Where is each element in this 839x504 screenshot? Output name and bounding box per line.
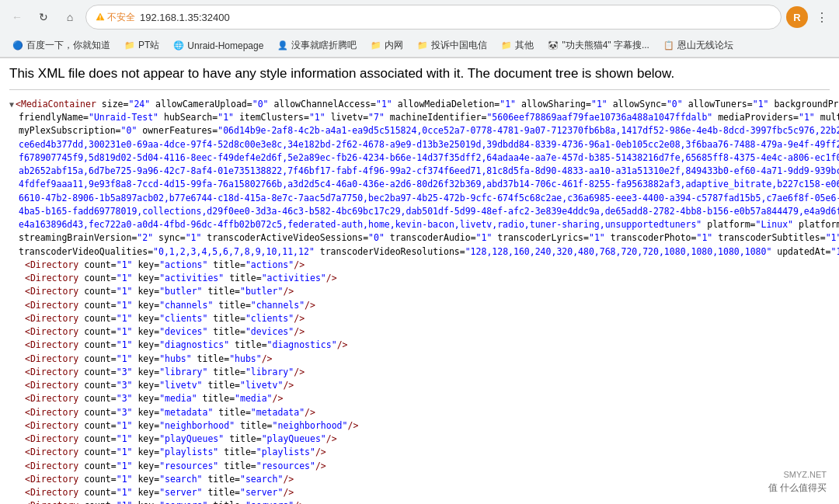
menu-button[interactable]: ⋮ [811,6,833,28]
address-bar[interactable]: 不安全 192.168.1.35:32400 [85,5,782,30]
directory-entry: <Directory count="3" key="media" title="… [9,392,830,405]
bookmark-unraid[interactable]: 🌐 Unraid-Homepage [167,38,270,54]
xml-attr-line5: ab2652abf15a,6d7be725-9a96-42c7-8af4-01e… [9,165,830,178]
directory-entry: <Directory count="1" key="butler" title=… [9,285,830,298]
profile-button[interactable]: R [786,6,808,28]
bookmark-panda[interactable]: 🐼 "功夫熊猫4" 字幕搜... [541,36,656,54]
directory-entry: <Directory count="1" key="playlists" tit… [9,446,830,459]
folder2-icon: 📁 [371,40,381,51]
bookmark-label: 投诉中国电信 [431,39,487,52]
bookmark-label: 恩山无线论坛 [677,39,733,52]
bookmark-label: Unraid-Homepage [187,40,263,51]
directory-entry: <Directory count="1" key="server" title=… [9,486,830,499]
baidu-icon: 🔵 [12,40,23,51]
collapse-triangle[interactable]: ▼ [9,99,14,110]
directory-entry: <Directory count="1" key="neighborhood" … [9,419,830,433]
directory-entry: <Directory count="1" key="resources" tit… [9,460,830,473]
bookmark-baidu[interactable]: 🔵 百度一下，你就知道 [6,36,117,54]
person-icon: 👤 [277,40,288,51]
nav-bar: ← ↻ ⌂ 不安全 192.168.1.35:32400 R ⋮ [0,0,839,34]
bookmark-telecom[interactable]: 📁 投诉中国电信 [411,36,493,54]
folder4-icon: 📁 [501,40,512,51]
bookmark-label: 没事就瞎折腾吧 [291,39,357,52]
xml-attr-line11: transcoderVideoQualities="0,1,2,3,4,5,6,… [9,245,830,259]
directory-entry: <Directory count="1" key="devices" title… [9,325,830,339]
bookmark-other[interactable]: 📁 其他 [495,36,540,54]
bookmark-label: "功夫熊猫4" 字幕搜... [562,39,649,52]
xml-attr-line2: myPlexSubscription="0" ownerFeatures="06… [9,124,830,137]
directory-entry: <Directory count="1" key="diagnostics" t… [9,339,830,352]
bookmark-intranet[interactable]: 📁 内网 [364,36,409,54]
directory-entry: <Directory count="1" key="playQueues" ti… [9,433,830,446]
bookmark-label: PT站 [138,39,159,52]
directory-entry: <Directory count="1" key="hubs" title="h… [9,353,830,366]
xml-attr-line9: e4a163896d43,fec722a0-a0d4-4fbd-96dc-4ff… [9,218,830,231]
watermark-smyz: SMYZ.NET [783,470,827,479]
xml-attr-line1: friendlyName="Unraid-Test" hubSearch="1"… [9,111,830,124]
bookmark-label: 百度一下，你就知道 [26,39,110,52]
xml-tree: ▼<MediaContainer size="24" allowCameraUp… [9,98,830,504]
xml-attr-line4: f678907745f9,5d819d02-5d04-4116-8eec-f49… [9,151,830,165]
web-icon: 🌐 [173,40,184,51]
bookmark-diy[interactable]: 👤 没事就瞎折腾吧 [271,36,363,54]
forum-icon: 📋 [663,40,674,51]
warning-icon [96,12,105,22]
browser-chrome: ← ↻ ⌂ 不安全 192.168.1.35:32400 R ⋮ 🔵 百 [0,0,839,58]
browser-actions: R ⋮ [786,6,833,28]
profile-initial: R [793,12,800,23]
bookmark-pt[interactable]: 📁 PT站 [118,36,165,54]
directory-entry: <Directory count="1" key="actions" title… [9,259,830,272]
watermark-site: SMYZ.NET [778,468,831,481]
directory-entry: <Directory count="3" key="metadata" titl… [9,406,830,419]
bookmark-label: 内网 [385,39,403,52]
address-text: 192.168.1.35:32400 [140,12,230,23]
directory-entry: <Directory count="1" key="search" title=… [9,473,830,486]
security-label: 不安全 [107,11,135,24]
bookmark-label: 其他 [515,39,534,52]
folder3-icon: 📁 [417,40,428,51]
xml-attr-line6: 4fdfef9aaa11,9e93f8a8-7ccd-4d15-99fa-76a… [9,178,830,191]
directory-entry: <Directory count="1" key="channels" titl… [9,299,830,312]
directory-entry: <Directory count="1" key="clients" title… [9,312,830,325]
security-indicator: 不安全 [96,11,135,24]
folder-icon: 📁 [124,40,135,51]
home-button[interactable]: ⌂ [59,6,81,28]
watermark-label: 值 什么值得买 [764,480,831,496]
page-content: This XML file does not appear to have an… [0,58,839,504]
directory-entry: <Directory count="3" key="livetv" title=… [9,379,830,392]
bookmarks-bar: 🔵 百度一下，你就知道 📁 PT站 🌐 Unraid-Homepage 👤 没事… [0,34,839,57]
xml-attr-line8: 4ba5-b165-fadd69778019,collections,d29f0… [9,205,830,218]
directory-entry: <Directory count="3" key="library" title… [9,366,830,379]
xml-message: This XML file does not appear to have an… [9,64,830,90]
xml-attr-line7: 6610-47b2-8906-1b5a897acb02,b77e6744-c18… [9,192,830,205]
xml-root-open: ▼<MediaContainer size="24" allowCameraUp… [9,98,830,111]
watermark-text: 值 什么值得买 [768,482,827,493]
xml-attr-line10: streamingBrainVersion="2" sync="1" trans… [9,231,830,245]
directory-list: <Directory count="1" key="actions" title… [9,259,830,504]
xml-attr-line3: ce6ed4b377dd,300231e0-69aa-4dce-97f4-52d… [9,138,830,151]
directory-entry: <Directory count="1" key="activities" ti… [9,272,830,285]
panda-icon: 🐼 [548,40,559,51]
reload-button[interactable]: ↻ [33,6,54,28]
directory-entry: <Directory count="1" key="servers" title… [9,499,830,504]
bookmark-enshan[interactable]: 📋 恩山无线论坛 [657,36,740,54]
back-button[interactable]: ← [6,6,28,28]
